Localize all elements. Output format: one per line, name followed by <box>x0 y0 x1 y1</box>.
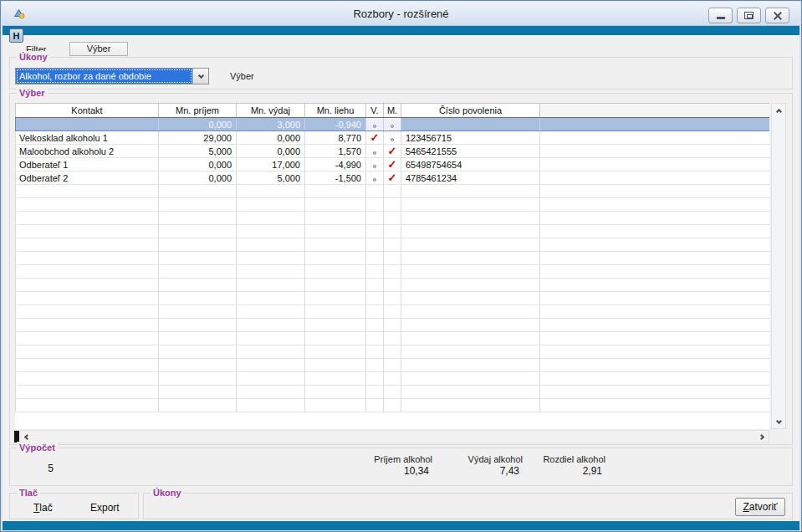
ukony-group: Úkony Alkohol, rozbor za dané obdobie Vý… <box>9 57 793 90</box>
maximize-icon <box>744 12 753 19</box>
scroll-right-button[interactable] <box>755 431 769 443</box>
combobox-value: Alkohol, rozbor za dané obdobie <box>16 69 192 84</box>
table-empty-row[interactable] <box>16 345 770 359</box>
accent-bar <box>3 26 799 35</box>
record-count: 5 <box>33 463 54 474</box>
table-empty-row[interactable] <box>16 399 770 412</box>
table-empty-row[interactable] <box>16 212 770 225</box>
vyber-action-label[interactable]: Výber <box>230 71 254 81</box>
tlac-group-label: Tlač <box>17 487 40 499</box>
check-icon: ✓ <box>370 131 380 144</box>
ukony-bottom-group-label: Úkony <box>151 487 184 499</box>
maximize-button[interactable] <box>737 8 761 23</box>
table-row[interactable]: Odberateľ 1 0,000 17,000 -4,990 ✓ 654987… <box>16 158 770 171</box>
table-empty-row[interactable] <box>16 292 770 305</box>
zatvorit-button[interactable]: Zatvoriť <box>735 498 785 516</box>
minimize-icon <box>717 17 725 19</box>
h-button[interactable]: H <box>9 28 23 43</box>
tab-vyber[interactable]: Výber <box>69 42 128 56</box>
table-empty-row[interactable] <box>16 252 770 265</box>
ukony-bottom-group: Úkony Zatvoriť <box>143 493 793 519</box>
circle-icon <box>373 165 376 168</box>
metric-vydaj-alkohol: Výdaj alkohol 7,43 <box>429 453 523 478</box>
circle-icon <box>373 151 376 155</box>
metric-rozdiel-alkohol: Rozdiel alkohol 2,91 <box>512 453 605 478</box>
table-row[interactable]: 0,000 3,000 -0,940 <box>16 118 770 131</box>
results-table: Kontakt Mn. príjem Mn. výdaj Mn. liehu V… <box>15 103 769 429</box>
v-flag-cell <box>366 118 384 131</box>
column-header-v[interactable]: V. <box>366 104 384 118</box>
table-row[interactable]: Odberateľ 2 0,000 5,000 -1,500 ✓ 4785461… <box>16 171 770 185</box>
m-flag-cell <box>384 131 401 145</box>
metric-value: 7,43 <box>429 465 523 478</box>
table-empty-row[interactable] <box>16 386 770 399</box>
scroll-up-button[interactable] <box>772 104 785 116</box>
column-header-m[interactable]: M. <box>384 104 401 118</box>
column-header-kontakt[interactable]: Kontakt <box>16 104 159 118</box>
m-flag-cell: ✓ <box>384 158 401 171</box>
bottom-accent-bar <box>3 521 799 530</box>
metric-prijem-alkohol: Príjem alkohol 10,34 <box>339 453 432 478</box>
metric-label: Výdaj alkohol <box>429 453 523 465</box>
table-empty-row[interactable] <box>16 279 770 292</box>
v-flag-cell <box>366 145 384 158</box>
m-flag-cell <box>384 118 401 131</box>
horizontal-scrollbar[interactable] <box>13 430 769 443</box>
metric-label: Rozdiel alkohol <box>512 453 605 465</box>
table-header-row: Kontakt Mn. príjem Mn. výdaj Mn. liehu V… <box>16 104 770 118</box>
combobox-dropdown-button[interactable] <box>192 69 208 84</box>
app-window: Rozbory - rozšírené H Filter Výber Úkony… <box>0 0 802 532</box>
task-combobox[interactable]: Alkohol, rozbor za dané obdobie <box>15 68 209 84</box>
vertical-scrollbar[interactable] <box>771 103 786 429</box>
table-empty-row[interactable] <box>16 225 770 238</box>
vyber-group-label: Výber <box>17 87 48 99</box>
table-empty-row[interactable] <box>16 185 770 198</box>
column-header-vydaj[interactable]: Mn. výdaj <box>237 104 305 118</box>
close-window-button[interactable] <box>765 8 789 23</box>
metric-label: Príjem alkohol <box>339 453 432 465</box>
table-empty-row[interactable] <box>16 198 770 212</box>
table-row[interactable]: Velkosklad alkoholu 1 29,000 0,000 8,770… <box>16 131 770 145</box>
v-flag-cell <box>366 171 384 185</box>
titlebar[interactable]: Rozbory - rozšírené <box>2 2 800 26</box>
table-empty-row[interactable] <box>16 332 770 345</box>
circle-icon <box>373 178 376 182</box>
minimize-button[interactable] <box>708 8 733 23</box>
table-empty-row[interactable] <box>16 265 770 279</box>
print-button[interactable]: Tlač <box>33 502 53 514</box>
column-header-cislo-povolenia[interactable]: Číslo povolenia <box>401 104 540 118</box>
table-row[interactable]: Maloobchod alkoholu 2 5,000 0,000 1,570 … <box>16 145 770 158</box>
window-controls <box>708 8 789 23</box>
table-empty-row[interactable] <box>16 238 770 252</box>
table-empty-row[interactable] <box>16 372 770 386</box>
export-button[interactable]: Export <box>90 502 120 514</box>
circle-icon <box>391 138 394 141</box>
check-icon: ✓ <box>388 171 397 184</box>
vyber-group: Výber Kontakt Mn. príjem Mn. výdaj Mn. l… <box>9 93 793 445</box>
metric-value: 2,91 <box>512 465 605 478</box>
table-empty-row[interactable] <box>16 305 770 319</box>
table-empty-row[interactable] <box>16 319 770 332</box>
vypocet-group-label: Výpočet <box>17 442 58 453</box>
close-icon <box>773 11 783 21</box>
chevron-down-icon <box>775 418 781 424</box>
column-header-liehu[interactable]: Mn. liehu <box>305 104 366 118</box>
vypocet-group: Výpočet 5 Príjem alkohol 10,34 Výdaj alk… <box>9 448 793 486</box>
m-flag-cell: ✓ <box>384 171 401 185</box>
v-flag-cell <box>366 158 384 171</box>
column-header-prijem[interactable]: Mn. príjem <box>159 104 237 118</box>
check-icon: ✓ <box>388 158 397 171</box>
ukony-group-label: Úkony <box>17 51 50 63</box>
chevron-left-icon <box>23 433 29 439</box>
table-empty-row[interactable] <box>16 359 770 372</box>
window-title: Rozbory - rozšírené <box>2 8 800 20</box>
chevron-down-icon <box>197 72 203 78</box>
check-icon: ✓ <box>388 145 397 157</box>
scroll-down-button[interactable] <box>772 416 785 428</box>
column-header-filler <box>540 104 770 118</box>
tlac-group: Tlač Tlač Export <box>9 493 139 519</box>
circle-icon <box>391 125 394 128</box>
metric-value: 10,34 <box>339 465 432 478</box>
v-flag-cell: ✓ <box>366 131 384 145</box>
chevron-up-icon <box>775 108 781 114</box>
